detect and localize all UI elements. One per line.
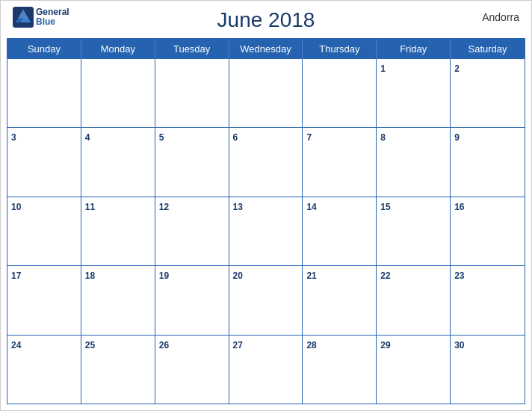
day-number: 8 xyxy=(380,132,386,143)
day-number: 14 xyxy=(306,202,316,212)
day-cell xyxy=(303,59,377,127)
logo-text: General Blue xyxy=(36,7,69,27)
header-monday: Monday xyxy=(81,39,155,59)
day-cell: 11 xyxy=(81,197,155,265)
calendar-table: Sunday Monday Tuesday Wednesday Thursday… xyxy=(7,38,525,404)
day-cell: 6 xyxy=(229,128,303,196)
day-cell: 8 xyxy=(377,128,451,196)
day-number: 1 xyxy=(380,64,386,74)
day-number: 2 xyxy=(454,64,460,74)
day-cell: 4 xyxy=(81,128,155,196)
weeks-container: 1234567891011121314151617181920212223242… xyxy=(7,59,525,404)
day-cell: 14 xyxy=(303,197,377,265)
day-number: 3 xyxy=(11,132,16,143)
day-number: 19 xyxy=(159,271,169,281)
day-cell: 24 xyxy=(7,336,81,404)
day-number: 7 xyxy=(306,132,312,143)
day-number: 27 xyxy=(233,340,243,350)
day-number: 9 xyxy=(454,132,460,143)
day-number: 10 xyxy=(11,202,21,212)
day-cell: 29 xyxy=(377,336,451,404)
day-cell xyxy=(155,59,229,127)
header-friday: Friday xyxy=(377,39,451,59)
day-number: 15 xyxy=(380,202,390,212)
header-wednesday: Wednesday xyxy=(229,39,303,59)
header-tuesday: Tuesday xyxy=(155,39,229,59)
logo-icon xyxy=(13,7,34,28)
logo-blue: Blue xyxy=(36,17,69,27)
day-number: 12 xyxy=(159,202,169,212)
day-cell: 25 xyxy=(81,336,155,404)
calendar-container: General Blue June 2018 Andorra Sunday Mo… xyxy=(0,0,532,411)
day-cell: 27 xyxy=(229,336,303,404)
week-row-2: 3456789 xyxy=(7,127,525,196)
day-cell: 1 xyxy=(377,59,451,127)
week-row-4: 17181920212223 xyxy=(7,265,525,334)
day-cell: 26 xyxy=(155,336,229,404)
logo: General Blue xyxy=(13,7,69,28)
day-headers-row: Sunday Monday Tuesday Wednesday Thursday… xyxy=(7,39,525,59)
day-cell: 16 xyxy=(451,197,525,265)
day-cell: 19 xyxy=(155,266,229,334)
day-number: 20 xyxy=(233,271,243,281)
calendar-title: June 2018 xyxy=(217,8,315,32)
day-cell: 5 xyxy=(155,128,229,196)
day-cell: 3 xyxy=(7,128,81,196)
day-cell xyxy=(229,59,303,127)
header-thursday: Thursday xyxy=(303,39,377,59)
country-label: Andorra xyxy=(482,11,519,23)
day-cell xyxy=(7,59,81,127)
day-cell: 23 xyxy=(451,266,525,334)
day-cell: 9 xyxy=(451,128,525,196)
day-number: 11 xyxy=(85,202,95,212)
header-saturday: Saturday xyxy=(451,39,525,59)
day-cell: 22 xyxy=(377,266,451,334)
day-number: 5 xyxy=(159,132,164,143)
day-cell: 7 xyxy=(303,128,377,196)
day-cell: 12 xyxy=(155,197,229,265)
day-number: 22 xyxy=(380,271,390,281)
day-number: 18 xyxy=(85,271,95,281)
day-cell: 10 xyxy=(7,197,81,265)
day-cell: 30 xyxy=(451,336,525,404)
week-row-1: 12 xyxy=(7,59,525,127)
day-cell: 20 xyxy=(229,266,303,334)
day-cell: 17 xyxy=(7,266,81,334)
day-cell: 28 xyxy=(303,336,377,404)
day-number: 16 xyxy=(454,202,464,212)
day-number: 6 xyxy=(233,132,238,143)
day-cell xyxy=(81,59,155,127)
day-cell: 13 xyxy=(229,197,303,265)
calendar-header: General Blue June 2018 Andorra xyxy=(1,1,531,35)
day-number: 13 xyxy=(233,202,243,212)
day-number: 17 xyxy=(11,271,21,281)
day-number: 23 xyxy=(454,271,464,281)
day-number: 30 xyxy=(454,340,464,350)
day-number: 28 xyxy=(306,340,316,350)
day-number: 29 xyxy=(380,340,390,350)
day-number: 21 xyxy=(306,271,316,281)
week-row-3: 10111213141516 xyxy=(7,197,525,265)
day-cell: 18 xyxy=(81,266,155,334)
day-number: 24 xyxy=(11,340,21,350)
header-sunday: Sunday xyxy=(7,39,81,59)
day-cell: 15 xyxy=(377,197,451,265)
day-cell: 21 xyxy=(303,266,377,334)
day-number: 4 xyxy=(85,132,90,143)
day-cell: 2 xyxy=(451,59,525,127)
day-number: 26 xyxy=(159,340,169,350)
week-row-5: 24252627282930 xyxy=(7,335,525,404)
day-number: 25 xyxy=(85,340,95,350)
